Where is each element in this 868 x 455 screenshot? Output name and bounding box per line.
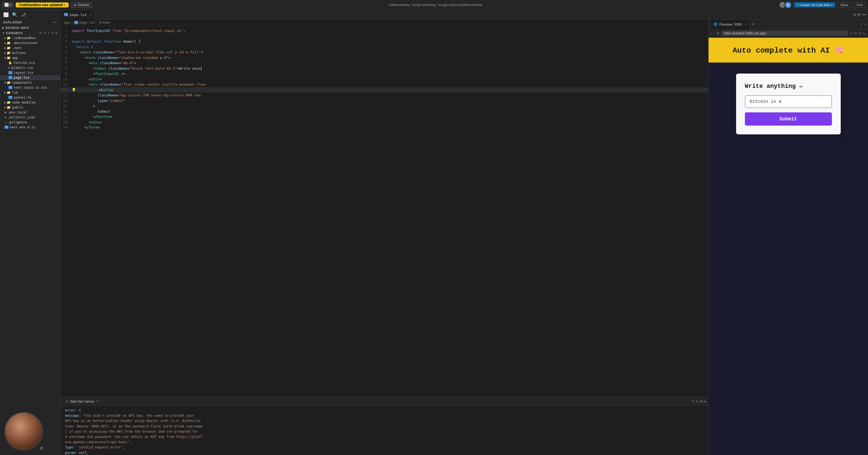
sidebar-item-textinput[interactable]: TS text-input-ai.tsx — [0, 85, 60, 90]
terminal-new-button[interactable]: ✎ — [692, 399, 695, 403]
folder-label: lib — [12, 91, 18, 94]
code-line-9: 9 <TextInputAI /> — [61, 71, 708, 77]
sidebar-item-nodemodules[interactable]: ▶ 📁 node_modules — [0, 100, 60, 105]
sidebar-item-codesandbox[interactable]: ▶ 📁 .codesandbox — [0, 35, 60, 40]
sidebar-item-env[interactable]: ⚙ .env.local — [0, 110, 60, 115]
sandbox-actions-icon[interactable]: ⚙ ↻ + ⇒ ✎ — [39, 31, 58, 35]
addr-share-icon[interactable]: ⎙ — [859, 31, 861, 35]
code-line-1: 1 import TextInputAI from "@/components/… — [61, 28, 708, 34]
sidebar-git-icon[interactable]: ⎇ — [21, 12, 26, 17]
file-tab-icon: TS — [64, 13, 68, 16]
code-line-19: 19 </form> — [61, 125, 708, 130]
sidebar-item-globals[interactable]: # globals.css — [0, 65, 60, 70]
preview-tab-icon: 🌐 — [714, 22, 718, 26]
folder-label: .devcontainer — [12, 41, 38, 45]
preview-pop-out-button[interactable]: ⤢ — [860, 22, 863, 27]
sidebar-item-actions[interactable]: ▶ 📁 actions — [0, 51, 60, 55]
sandbox-header[interactable]: ▼ SANDBOX ⚙ ↻ + ⇒ ✎ — [0, 30, 60, 35]
code-line-15: 15 > — [61, 103, 708, 109]
explorer-menu-icon[interactable]: ••• — [53, 21, 57, 24]
sidebar-item-next[interactable]: ▶ 📁 .next — [0, 46, 60, 51]
preview-tab-add-button[interactable]: + — [750, 22, 756, 27]
sidebar-item-gitignore[interactable]: ◌ .gitignore — [0, 120, 60, 125]
code-line-18: 18 </div> — [61, 120, 708, 125]
addr-expand-icon[interactable]: ⤡ — [863, 31, 866, 35]
line-number: 10 — [61, 77, 71, 82]
terminal-collapse-button[interactable]: ▾ — [704, 399, 706, 403]
code-line-14: 14 type="submit" — [61, 98, 708, 103]
folder-icon: 📁 — [7, 46, 11, 50]
editor-layout-button[interactable]: ⊞ — [857, 12, 861, 17]
editor-more-button[interactable]: ••• — [862, 12, 866, 17]
terminal-actions: ✎ ↻ ⊟ ▾ — [692, 399, 706, 403]
preview-submit-button[interactable]: Submit — [745, 112, 832, 126]
addr-reload-button[interactable]: ↻ — [716, 31, 720, 36]
terminal-tab-icon: ⬡ — [66, 400, 68, 403]
line-content: import TextInputAI from "@/components/te… — [71, 28, 186, 34]
lightbulb-icon[interactable]: 💡 — [71, 87, 76, 93]
preview-app-header: Auto complete with AI 🧠 — [709, 38, 868, 63]
line-number: 2 — [61, 34, 71, 39]
preview-forward-button[interactable]: › — [864, 22, 866, 27]
sidebar-item-nextenv[interactable]: TS next-env.d.ts — [0, 125, 60, 130]
address-input[interactable] — [721, 31, 848, 36]
preview-tab-bar: 🌐 Preview: 3000 ✕ + ⤢ › — [709, 20, 868, 29]
editor-tab-page[interactable]: TS page.tsx ✕ — [61, 10, 95, 20]
submit-label: Submit — [779, 116, 797, 122]
terminal-split-button[interactable]: ⊟ — [700, 399, 703, 403]
toggle-sidebar-button[interactable]: ⬜ ▾ — [2, 2, 13, 7]
sidebar-item-page[interactable]: TS page.tsx — [0, 75, 60, 80]
preview-tab-close-icon[interactable]: ✕ — [745, 23, 747, 26]
code-line-11: 11 <div className="flex items-center jus… — [61, 82, 708, 87]
editor-section-tabs: TS page.tsx ✕ ⧉ ⊞ ••• — [61, 10, 868, 20]
sidebar-item-public[interactable]: ▶ 📁 public — [0, 105, 60, 110]
addr-forward-button[interactable]: › — [714, 31, 715, 36]
sidebar-item-favicon[interactable]: ⭐ favicon.ico — [0, 60, 60, 65]
file-label: text-input-ai.tsx — [13, 86, 48, 90]
preview-text-input[interactable] — [745, 95, 832, 108]
terminal-tab[interactable]: ⬡ Start Dev Server ✕ — [63, 397, 101, 406]
tab-close-icon[interactable]: ✕ — [90, 13, 91, 17]
split-editor-button[interactable]: ⧉ — [854, 12, 856, 17]
enable-vscode-button[interactable]: ⬡ Enable VS Code Web ▾ — [794, 2, 835, 7]
addr-refresh2-icon[interactable]: ↻ — [854, 31, 858, 35]
terminal-content[interactable]: error: { message: "You didn't provide an… — [61, 406, 708, 455]
preview-body: Write anything ✏️ Submit — [709, 63, 868, 455]
code-line-5: 5 <main className="flex min-h-screen fle… — [61, 50, 708, 55]
folder-icon: 📁 — [7, 91, 11, 94]
folder-chevron-icon: ▶ — [4, 52, 6, 54]
folder-icon: 📁 — [7, 41, 11, 45]
terminal-close-icon[interactable]: ✕ — [96, 400, 98, 403]
folder-icon: 📁 — [7, 51, 11, 55]
terminal-refresh-button[interactable]: ↻ — [696, 399, 699, 403]
devbox-info-header[interactable]: ▶ DEVBOX INFO — [0, 25, 60, 30]
devbox-tab[interactable]: ◈ Devbox — [71, 2, 92, 8]
codesandbox-update-badge[interactable]: CodeSandbox was updated! › — [16, 2, 68, 7]
preview-tab[interactable]: 🌐 Preview: 3000 ✕ — [711, 20, 750, 29]
addr-back-button[interactable]: ‹ — [711, 31, 712, 36]
code-content[interactable]: 1 import TextInputAI from "@/components/… — [61, 26, 708, 397]
sidebar-item-lib[interactable]: ▶ 📁 lib — [0, 90, 60, 95]
preview-tab-nav: ⤢ › — [860, 22, 866, 27]
sidebar-item-layout[interactable]: TS layout.tsx — [0, 70, 60, 75]
sidebar-pages-icon[interactable]: ⬜ — [3, 12, 9, 17]
devbox-info-label: DEVBOX INFO — [5, 26, 29, 29]
line-number: 12 — [61, 87, 71, 93]
line-content: <button — [77, 87, 114, 93]
file-icon-git: ◌ — [4, 121, 6, 124]
sidebar-search-icon[interactable]: 🔍 — [12, 12, 18, 17]
webcam-face — [5, 413, 42, 450]
addr-external-icon[interactable]: ⤢ — [849, 31, 853, 35]
sidebar-item-devcontainer[interactable]: ▶ 📁 .devcontainer — [0, 40, 60, 46]
sidebar-item-app[interactable]: ▼ 📁 app — [0, 55, 60, 60]
line-number: 8 — [61, 66, 71, 71]
line-number: 17 — [61, 114, 71, 120]
line-content — [71, 34, 74, 39]
topbar: ⬜ ▾ CodeSandbox was updated! › ◈ Devbox … — [0, 0, 868, 10]
sidebar-item-openai[interactable]: TS openai.ts — [0, 95, 60, 100]
sidebar-item-eslint[interactable]: ⚙ .eslintrc.json — [0, 115, 60, 120]
devbox-chevron-icon: ▶ — [2, 26, 4, 29]
share-button[interactable]: Share — [837, 2, 851, 8]
fork-button[interactable]: Fork — [854, 2, 866, 8]
sidebar-item-components[interactable]: ▼ 📁 components — [0, 80, 60, 85]
